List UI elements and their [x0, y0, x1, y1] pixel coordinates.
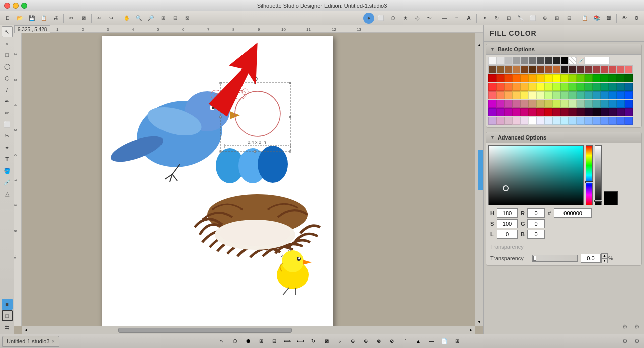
swatch-1-2[interactable] [504, 83, 512, 91]
library-btn[interactable]: 📚 [591, 13, 602, 24]
swatch-1-5[interactable] [528, 83, 536, 91]
swatch-3-1[interactable] [496, 100, 504, 108]
swatch-b11[interactable] [569, 65, 577, 74]
swatch-b4[interactable] [512, 65, 520, 74]
swatch-4-13[interactable] [593, 108, 601, 116]
swatch-b3[interactable] [504, 65, 512, 74]
replicate-btn[interactable]: ⊞ [551, 13, 562, 24]
swatch-0-7[interactable] [544, 74, 552, 82]
swatch-2-9[interactable] [560, 91, 569, 99]
line-style-btn[interactable]: — [439, 13, 450, 24]
swatch-5-3[interactable] [512, 117, 520, 125]
status-select-btn[interactable]: ↖ [216, 336, 227, 347]
swatch-b13[interactable] [585, 65, 593, 74]
swatch-3-0[interactable] [488, 100, 496, 108]
swatch-3-7[interactable] [544, 100, 552, 108]
eyedropper-swatch[interactable]: 💉 [577, 57, 585, 65]
new-button[interactable]: 🗋 [2, 13, 13, 24]
paint-bucket-tool[interactable]: 🪣 [2, 165, 13, 176]
swatch-5-10[interactable] [569, 117, 577, 125]
eyedropper-tool[interactable]: 💉 [2, 177, 13, 188]
status-align-btn[interactable]: ⊞ [256, 336, 267, 347]
swatch-5-7[interactable] [544, 117, 552, 125]
swatch-b16[interactable] [609, 65, 617, 74]
status-replicate-btn[interactable]: ⋮ [399, 336, 411, 347]
swatch-b18[interactable] [625, 65, 633, 74]
swatch-4-17[interactable] [625, 108, 633, 116]
eraser-btn[interactable]: ⬜ [527, 13, 538, 24]
swatch-5-15[interactable] [609, 117, 617, 125]
swatch-4-10[interactable] [569, 108, 577, 116]
transform-btn[interactable]: ⊡ [503, 13, 514, 24]
settings-r-btn[interactable]: ⚙ [631, 13, 642, 24]
swatch-4-11[interactable] [577, 108, 585, 116]
swatch-2-5[interactable] [528, 91, 536, 99]
pencil-tool[interactable]: ✏ [2, 107, 13, 118]
swatch-5-4[interactable] [520, 117, 528, 125]
swatch-1-1[interactable] [496, 83, 504, 91]
swatch-1-3[interactable] [512, 83, 520, 91]
swatch-2-16[interactable] [617, 91, 625, 99]
swatch-3-3[interactable] [512, 100, 520, 108]
hand-tool[interactable]: ✋ [121, 13, 132, 24]
swatch-1-16[interactable] [617, 83, 625, 91]
swatch-4-8[interactable] [552, 108, 560, 116]
stroke-swatch[interactable]: □ [2, 310, 13, 321]
knife-tool[interactable]: ✂ [2, 130, 13, 142]
swatch-4-14[interactable] [601, 108, 609, 116]
swatch-2-0[interactable] [488, 91, 496, 99]
swatch-0-2[interactable] [504, 74, 512, 82]
swatch-5-2[interactable] [504, 117, 512, 125]
scroll-thumb-h[interactable] [118, 328, 292, 333]
scrollbar-horizontal[interactable]: ◄ ► [22, 326, 475, 334]
close-button[interactable] [4, 3, 10, 9]
swatch-b9[interactable] [552, 65, 560, 74]
status-intersect-btn[interactable]: ⊗ [373, 336, 384, 347]
weld-btn[interactable]: ⊕ [539, 13, 550, 24]
swatch-0-1[interactable] [496, 74, 504, 82]
line-style2-btn[interactable]: ≡ [451, 13, 462, 24]
select-tool[interactable]: ↖ [2, 26, 13, 37]
rectangle-tool[interactable]: □ [2, 49, 13, 60]
swatch-1-13[interactable] [593, 83, 601, 91]
swatch-1-12[interactable] [585, 83, 593, 91]
history-btn[interactable]: ↻ [491, 13, 502, 24]
swatch-b6[interactable] [528, 65, 536, 74]
swatch-5-5[interactable] [528, 117, 536, 125]
swatch-4-5[interactable] [528, 108, 536, 116]
swatch-4-12[interactable] [585, 108, 593, 116]
save-button[interactable]: 💾 [26, 13, 37, 24]
swatch-0-13[interactable] [593, 74, 601, 82]
swatch-0-6[interactable] [536, 74, 544, 82]
zoom-in-button[interactable]: 🔍 [133, 13, 144, 24]
swatch-2-1[interactable] [496, 91, 504, 99]
swap-colors[interactable]: ⇆ [2, 322, 13, 333]
hex-input[interactable] [554, 208, 592, 218]
swatch-5-17[interactable] [625, 117, 633, 125]
swatch-dgray2[interactable] [536, 57, 544, 65]
swatch-1-6[interactable] [536, 83, 544, 91]
swatch-0-8[interactable] [552, 74, 560, 82]
zoom-fit-button[interactable]: ⊞ [157, 13, 169, 24]
swatch-1-11[interactable] [577, 83, 585, 91]
swatch-2-15[interactable] [609, 91, 617, 99]
swatch-5-0[interactable] [488, 117, 496, 125]
transparency-slider[interactable] [532, 255, 578, 262]
swatch-3-14[interactable] [601, 100, 609, 108]
layers-btn[interactable]: 📋 [579, 13, 590, 24]
transparency-spinners[interactable]: ▲ ▼ [601, 253, 608, 263]
swatch-2-7[interactable] [544, 91, 552, 99]
swatch-4-6[interactable] [536, 108, 544, 116]
swatch-b10[interactable] [560, 65, 569, 74]
swatch-0-4[interactable] [520, 74, 528, 82]
swatch-0-12[interactable] [585, 74, 593, 82]
swatch-5-9[interactable] [560, 117, 569, 125]
canvas-tab-close[interactable]: × [52, 338, 55, 344]
swatch-0-10[interactable] [569, 74, 577, 82]
status-point-btn[interactable]: ⬦ [334, 336, 345, 347]
scroll-left-btn[interactable]: ◄ [22, 326, 30, 334]
canvas-area[interactable]: 9.325 , 5.428 0 1 2 3 4 5 6 7 8 9 10 11 … [14, 25, 483, 334]
eye-btn[interactable]: 👁 [619, 13, 630, 24]
swatch-2-14[interactable] [601, 91, 609, 99]
status-flip-h-btn[interactable]: ⟺ [282, 336, 293, 347]
